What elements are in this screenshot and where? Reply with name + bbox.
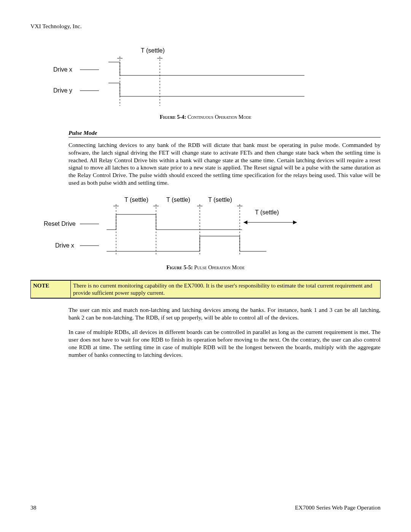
pulse-mode-paragraph: Connecting latching devices to any bank … xyxy=(68,141,381,187)
figure-5-5: T (settle) T (settle) T (settle) T (sett… xyxy=(30,193,381,260)
note-label: NOTE xyxy=(33,283,49,289)
pulse-mode-heading: Pulse Mode xyxy=(68,129,381,136)
figure-5-4-caption: Figure 5-4: Continuous Operation Mode xyxy=(30,114,381,120)
header-company: VXI Technology, Inc. xyxy=(30,23,381,30)
svg-marker-17 xyxy=(244,220,247,224)
post-note-para-1: The user can mix and match non-latching … xyxy=(68,306,381,321)
footer-section: EX7000 Series Web Page Operation xyxy=(295,504,381,511)
figure-5-5-svg: T (settle) T (settle) T (settle) T (sett… xyxy=(30,193,320,258)
figure-5-5-caption-title: Pulse Operation Mode xyxy=(194,264,245,270)
reset-drive-label: Reset Drive xyxy=(44,220,76,227)
tsettle-2: T (settle) xyxy=(166,197,190,203)
drive-x-label-2: Drive x xyxy=(55,242,74,249)
figure-5-5-caption-prefix: Figure 5-5: xyxy=(166,264,194,270)
note-box: NOTE There is no current monitoring capa… xyxy=(30,280,381,299)
page-footer: 38 EX7000 Series Web Page Operation xyxy=(30,504,381,511)
pulse-mode-rule xyxy=(68,137,381,137)
svg-marker-16 xyxy=(293,220,297,224)
note-text: There is no current monitoring capabilit… xyxy=(73,283,372,296)
tsettle-3: T (settle) xyxy=(208,197,232,203)
pulse-mode-section: Pulse Mode Connecting latching devices t… xyxy=(68,129,381,187)
drive-x-label: Drive x xyxy=(53,66,72,73)
tsettle-4: T (settle) xyxy=(255,209,279,216)
tsettle-label: T (settle) xyxy=(141,47,165,54)
post-note-para-2: In case of multiple RDBs, all devices in… xyxy=(68,328,381,358)
figure-5-4: T (settle) Drive x Drive y xyxy=(30,45,381,109)
tsettle-1: T (settle) xyxy=(124,197,148,203)
figure-5-4-caption-title: Continuous Operation Mode xyxy=(188,114,252,120)
drive-y-label: Drive y xyxy=(53,87,72,94)
post-note-paragraphs: The user can mix and match non-latching … xyxy=(68,306,381,358)
figure-5-4-svg: T (settle) Drive x Drive y xyxy=(30,45,304,108)
page-number: 38 xyxy=(30,504,37,511)
figure-5-5-caption: Figure 5-5: Pulse Operation Mode xyxy=(30,264,381,271)
page: VXI Technology, Inc. T (settle) Drive x … xyxy=(0,0,411,532)
figure-5-4-caption-prefix: Figure 5-4: xyxy=(160,114,188,120)
